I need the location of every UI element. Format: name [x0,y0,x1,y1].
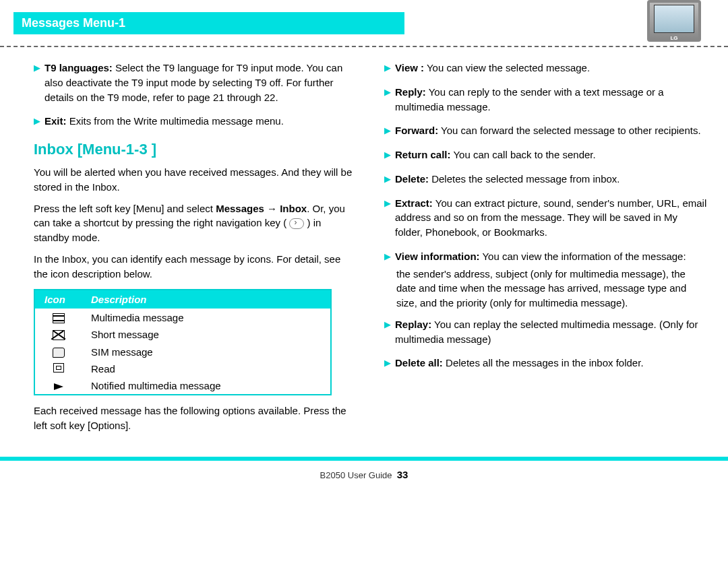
footer-text: B2050 User Guide 33 [0,469,728,480]
triangle-icon: ▶ [34,62,40,104]
triangle-icon: ▶ [384,149,391,162]
list-item: ▶Delete all: Deletes all the messages in… [384,356,708,370]
paragraph: Each received message has the following … [34,403,357,433]
triangle-icon: ▶ [384,319,391,347]
table-cell: Multimedia message [82,309,331,326]
sim-message-icon [53,348,65,358]
item-label: Exit: [44,115,67,127]
footer-guide-label: B2050 User Guide [320,470,392,480]
right-column: ▶View : You can view the selected messag… [384,61,708,439]
table-row: Short message [34,326,331,344]
table-cell: SIM message [82,343,331,360]
section-title-inbox: Inbox [Menu-1-3 ] [34,141,357,158]
phone-brand-label: LG [650,35,698,41]
list-item: ▶Delete: Deletes the selected message fr… [384,172,708,187]
triangle-icon: ▶ [384,197,391,240]
table-row: Notified multimedia message [34,377,331,395]
table-row: Read [34,360,331,377]
table-cell: Short message [82,326,331,344]
read-message-icon [53,363,64,373]
list-item: ▶ T9 languages: Select the T9 language f… [34,61,357,104]
paragraph: You will be alerted when you have receiv… [34,165,357,195]
icon-description-table: Icon Description Multimedia message Shor… [34,289,332,395]
paragraph: In the Inbox, you can identify each mess… [34,252,357,282]
table-row: SIM message [34,343,331,360]
triangle-icon: ▶ [384,251,391,264]
table-cell: Notified multimedia message [82,377,331,395]
triangle-icon: ▶ [384,86,391,115]
list-item: ▶Return call: You can call back to the s… [384,148,708,162]
nav-key-icon [289,218,304,229]
footer-cyan-bar [0,457,728,461]
list-item: ▶View : You can view the selected messag… [384,61,708,75]
footer-page-number: 33 [397,469,408,480]
list-item: ▶ Exit: Exits from the Write multimedia … [34,114,357,129]
list-item: ▶Reply: You can reply to the sender with… [384,85,708,115]
triangle-icon: ▶ [34,115,40,129]
dashed-divider [0,46,728,47]
phone-thumbnail: LG [647,0,701,42]
short-message-icon [53,330,65,340]
list-item: ▶Extract: You can extract picture, sound… [384,196,708,240]
notified-flag-icon [54,383,63,390]
list-item: ▶Replay: You can replay the selected mul… [384,317,708,347]
table-row: Multimedia message [34,309,331,326]
item-text: Exits from the Write multimedia message … [67,115,284,127]
header-band: Messages Menu-1 LG [0,0,728,47]
list-item: ▶View information: You can view the info… [384,249,708,264]
left-column: ▶ T9 languages: Select the T9 language f… [34,61,357,439]
header-title-tab: Messages Menu-1 [13,12,404,34]
table-cell: Read [82,360,331,377]
table-header-icon: Icon [34,290,82,309]
triangle-icon: ▶ [384,125,391,138]
multimedia-message-icon [53,313,65,323]
content-columns: ▶ T9 languages: Select the T9 language f… [0,47,728,446]
table-header-desc: Description [82,290,331,309]
paragraph: the sender's address, subject (only for … [396,267,708,311]
footer: B2050 User Guide 33 [0,457,728,490]
item-label: T9 languages: [44,62,113,73]
triangle-icon: ▶ [384,62,391,75]
triangle-icon: ▶ [384,357,391,370]
triangle-icon: ▶ [384,173,391,187]
paragraph: Press the left soft key [Menu] and selec… [34,201,357,245]
list-item: ▶Forward: You can forward the selected m… [384,123,708,138]
